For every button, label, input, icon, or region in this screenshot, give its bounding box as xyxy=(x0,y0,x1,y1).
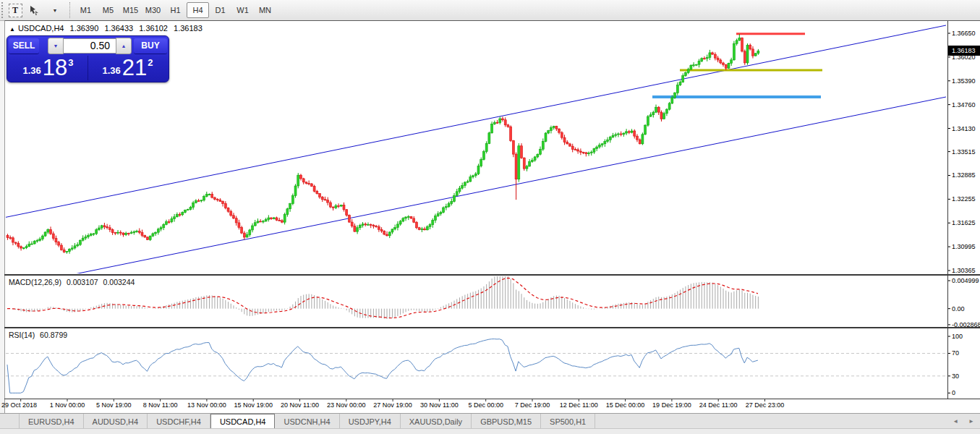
chart-tab-gbpusd[interactable]: GBPUSD,M15 xyxy=(472,414,541,429)
date-axis-label: 19 Dec 19:00 xyxy=(652,401,691,409)
chart-tab-audusd[interactable]: AUDUSD,H4 xyxy=(84,414,148,429)
timeframe-button-h4[interactable]: H4 xyxy=(187,2,209,18)
rsi-name: RSI(14) xyxy=(9,331,35,339)
price-axis-label: 1.35390 xyxy=(952,77,976,85)
timeframe-button-m1[interactable]: M1 xyxy=(74,2,97,18)
date-axis-label: 1 Nov 00:00 xyxy=(50,401,85,409)
price-axis-label: 1.32255 xyxy=(952,195,976,203)
caret-up-icon: ▲ xyxy=(122,43,127,48)
price-axis-separator xyxy=(947,21,948,399)
direction-up-icon: ▲ xyxy=(9,26,15,33)
date-axis-label: 13 Nov 00:00 xyxy=(187,401,226,409)
price-axis-label: 1.32885 xyxy=(952,171,976,179)
chart-tab-usdchf[interactable]: USDCHF,H4 xyxy=(148,414,210,429)
sell-price-main: 18 xyxy=(43,58,67,78)
macd-axis-label: 0.00 xyxy=(952,305,965,312)
macd-name: MACD(12,26,9) xyxy=(9,278,61,286)
price-axis-label: 1.31625 xyxy=(952,219,976,226)
sell-price-pip: 3 xyxy=(68,57,73,68)
sell-price-prefix: 1.36 xyxy=(22,65,41,76)
timeframe-button-m5[interactable]: M5 xyxy=(97,2,119,18)
buy-price-main: 21 xyxy=(122,58,147,78)
chart-symbol: USDCAD,H4 xyxy=(18,24,64,33)
arrow-objects-dropdown[interactable]: ▼ xyxy=(44,1,66,19)
timeframe-button-mn[interactable]: MN xyxy=(254,2,276,18)
buy-price-pip: 2 xyxy=(148,57,153,68)
date-axis-label: 23 Nov 00:00 xyxy=(327,401,366,409)
timeframe-button-w1[interactable]: W1 xyxy=(231,2,254,18)
chevron-down-icon: ▼ xyxy=(53,8,58,13)
date-axis-label: 8 Nov 11:00 xyxy=(143,401,178,409)
current-price-tag: 1.36183 xyxy=(948,46,980,56)
ohlc-high: 1.36433 xyxy=(104,24,133,33)
price-axis-label: 1.30995 xyxy=(952,243,976,250)
status-bar xyxy=(0,428,980,434)
price-axis-label: 1.34760 xyxy=(952,101,976,109)
text-tool-icon: T xyxy=(9,4,22,17)
date-axis-label: 24 Dec 11:00 xyxy=(699,401,738,409)
chart-tab-eurusd[interactable]: EURUSD,H4 xyxy=(19,414,84,429)
arrow-objects-button[interactable] xyxy=(25,1,43,19)
toolbar-drag-handle[interactable] xyxy=(1,2,6,18)
date-axis-label: 27 Nov 19:00 xyxy=(373,401,412,409)
timeframe-button-m15[interactable]: M15 xyxy=(119,2,142,18)
buy-button[interactable]: BUY xyxy=(134,38,167,54)
macd-signal-value: 0.003244 xyxy=(103,278,135,286)
rsi-axis-label: 0 xyxy=(952,389,955,396)
ohlc-close: 1.36183 xyxy=(174,24,203,33)
chart-tabs-bar: EURUSD,H4AUDUSD,H4USDCHF,H4USDCAD,H4USDC… xyxy=(0,413,980,429)
timeframe-button-m30[interactable]: M30 xyxy=(142,2,164,18)
date-axis-label: 29 Oct 2018 xyxy=(1,401,37,409)
macd-axis-label: -0.002868 xyxy=(952,321,980,328)
chart-tab-sp500[interactable]: SP500,H1 xyxy=(541,414,595,429)
scroll-left-icon[interactable]: ◄ xyxy=(953,418,958,425)
chart-tabs: EURUSD,H4AUDUSD,H4USDCHF,H4USDCAD,H4USDC… xyxy=(0,414,595,429)
timeframe-group: M1M5M15M30H1H4D1W1MN xyxy=(74,2,276,18)
main-macd-separator[interactable] xyxy=(4,274,980,276)
date-axis-label: 12 Dec 11:00 xyxy=(560,401,598,409)
lot-decrease-button[interactable]: ▼ xyxy=(48,38,64,54)
rsi-value: 60.8799 xyxy=(40,331,67,339)
macd-main-value: 0.003107 xyxy=(67,278,98,286)
chart-tab-usdcad[interactable]: USDCAD,H4 xyxy=(210,414,276,429)
toolbar-separator xyxy=(69,2,71,18)
price-axis-label: 1.30365 xyxy=(952,267,976,274)
timeframe-button-d1[interactable]: D1 xyxy=(209,2,231,18)
price-axis-label: 1.33515 xyxy=(952,148,976,156)
date-axis-label: 30 Nov 11:00 xyxy=(420,401,459,409)
sell-button[interactable]: SELL xyxy=(9,38,39,54)
ohlc-low: 1.36102 xyxy=(139,24,168,33)
chart-tab-usdjpy[interactable]: USDJPY,H4 xyxy=(340,414,401,429)
top-toolbar: T ▼ M1M5M15M30H1H4D1W1MN xyxy=(0,0,980,21)
tab-scroll-buttons: ◄ ► xyxy=(942,414,980,429)
rsi-axis-label: 70 xyxy=(952,349,959,357)
lot-increase-button[interactable]: ▲ xyxy=(116,38,132,54)
date-axis-label: 7 Dec 19:00 xyxy=(515,401,550,409)
lot-size-input[interactable]: 0.50 xyxy=(64,38,116,54)
date-axis-label: 27 Dec 23:00 xyxy=(746,401,785,409)
sell-price[interactable]: 1.36 18 3 xyxy=(9,56,88,80)
date-axis-label: 15 Dec 00:00 xyxy=(606,401,645,409)
chart-tab-xauusd[interactable]: XAUUSD,Daily xyxy=(401,414,472,429)
date-axis-label: 5 Dec 00:00 xyxy=(468,401,503,409)
cursor-arrows-icon xyxy=(27,4,41,17)
price-axis-label: 1.36650 xyxy=(952,30,976,37)
rsi-axis-label: 100 xyxy=(952,333,963,340)
price-axis-label: 1.34130 xyxy=(952,125,976,132)
rsi-axis-label: 30 xyxy=(952,373,959,380)
chart-tab-usdcnh[interactable]: USDCNH,H4 xyxy=(275,414,339,429)
one-click-trade-panel: SELL ▼ 0.50 ▲ BUY 1.36 18 3 1.36 21 2 xyxy=(7,35,169,82)
timeframe-button-h1[interactable]: H1 xyxy=(164,2,187,18)
text-tool-button[interactable]: T xyxy=(7,1,24,19)
macd-axis-label: 0.004999 xyxy=(952,277,979,284)
mt4-window: T ▼ M1M5M15M30H1H4D1W1MN ▲USDCAD,H4 1.36… xyxy=(0,0,980,434)
buy-price-prefix: 1.36 xyxy=(102,65,120,76)
scroll-right-icon[interactable]: ► xyxy=(968,418,974,425)
chart-title: ▲USDCAD,H4 1.36390 1.36433 1.36102 1.361… xyxy=(9,24,206,33)
macd-label: MACD(12,26,9) 0.003107 0.003244 xyxy=(9,278,137,286)
macd-rsi-separator[interactable] xyxy=(4,327,980,328)
date-axis-label: 20 Nov 11:00 xyxy=(281,401,319,409)
ohlc-open: 1.36390 xyxy=(70,24,99,33)
buy-price[interactable]: 1.36 21 2 xyxy=(88,56,167,80)
rsi-label: RSI(14) 60.8799 xyxy=(9,331,70,339)
